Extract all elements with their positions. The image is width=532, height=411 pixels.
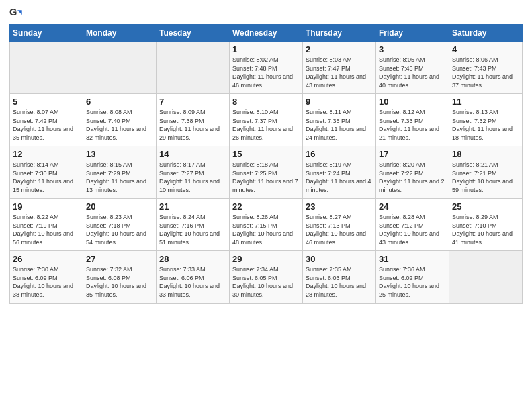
day-number: 29 [232, 254, 300, 264]
day-info: Sunrise: 8:29 AMSunset: 7:10 PMDaylight:… [452, 213, 519, 246]
day-number: 27 [86, 254, 153, 264]
day-number: 5 [13, 97, 80, 107]
day-info: Sunrise: 8:12 AMSunset: 7:33 PMDaylight:… [379, 108, 446, 142]
day-info: Sunrise: 7:35 AMSunset: 6:03 PMDaylight:… [306, 265, 373, 299]
day-cell: 23Sunrise: 8:27 AMSunset: 7:13 PMDayligh… [303, 199, 376, 251]
day-info: Sunrise: 8:27 AMSunset: 7:13 PMDaylight:… [306, 213, 373, 246]
day-cell: 22Sunrise: 8:26 AMSunset: 7:15 PMDayligh… [230, 199, 303, 251]
day-cell: 21Sunrise: 8:24 AMSunset: 7:16 PMDayligh… [157, 199, 230, 251]
day-number: 24 [379, 201, 446, 212]
day-cell: 16Sunrise: 8:19 AMSunset: 7:24 PMDayligh… [303, 146, 376, 199]
col-header-sunday: Sunday [10, 25, 83, 42]
day-cell: 24Sunrise: 8:28 AMSunset: 7:12 PMDayligh… [376, 199, 449, 251]
day-info: Sunrise: 8:22 AMSunset: 7:19 PMDaylight:… [13, 213, 80, 246]
day-cell: 29Sunrise: 7:34 AMSunset: 6:05 PMDayligh… [230, 251, 303, 304]
day-info: Sunrise: 8:21 AMSunset: 7:21 PMDaylight:… [452, 161, 519, 194]
day-info: Sunrise: 8:10 AMSunset: 7:37 PMDaylight:… [232, 108, 300, 142]
day-cell: 15Sunrise: 8:18 AMSunset: 7:25 PMDayligh… [230, 146, 303, 199]
day-info: Sunrise: 8:18 AMSunset: 7:25 PMDaylight:… [232, 161, 300, 194]
day-number: 21 [159, 201, 226, 212]
day-cell: 11Sunrise: 8:13 AMSunset: 7:32 PMDayligh… [449, 94, 523, 146]
day-number: 16 [306, 149, 373, 159]
day-number: 25 [452, 201, 519, 212]
day-number: 3 [379, 44, 446, 54]
day-number: 1 [232, 44, 300, 54]
day-cell: 7Sunrise: 8:09 AMSunset: 7:38 PMDaylight… [157, 94, 230, 146]
day-number: 31 [379, 254, 446, 264]
day-number: 18 [452, 149, 519, 159]
day-info: Sunrise: 8:05 AMSunset: 7:45 PMDaylight:… [379, 56, 446, 89]
day-info: Sunrise: 8:02 AMSunset: 7:48 PMDaylight:… [232, 56, 300, 89]
day-info: Sunrise: 8:26 AMSunset: 7:15 PMDaylight:… [232, 213, 300, 246]
day-cell: 13Sunrise: 8:15 AMSunset: 7:29 PMDayligh… [83, 146, 157, 199]
day-number: 2 [306, 44, 373, 54]
day-number: 22 [232, 201, 300, 212]
week-row-2: 5Sunrise: 8:07 AMSunset: 7:42 PMDaylight… [10, 94, 523, 146]
header: G [9, 7, 523, 20]
day-cell: 9Sunrise: 8:11 AMSunset: 7:35 PMDaylight… [303, 94, 376, 146]
day-number: 19 [13, 201, 80, 212]
day-cell: 17Sunrise: 8:20 AMSunset: 7:22 PMDayligh… [376, 146, 449, 199]
day-cell: 8Sunrise: 8:10 AMSunset: 7:37 PMDaylight… [230, 94, 303, 146]
day-cell: 27Sunrise: 7:32 AMSunset: 6:08 PMDayligh… [83, 251, 157, 304]
day-cell: 19Sunrise: 8:22 AMSunset: 7:19 PMDayligh… [10, 199, 83, 251]
svg-marker-1 [17, 10, 22, 15]
day-number: 14 [159, 149, 226, 159]
day-info: Sunrise: 7:34 AMSunset: 6:05 PMDaylight:… [232, 265, 300, 299]
day-number: 26 [13, 254, 80, 264]
col-header-thursday: Thursday [303, 25, 376, 42]
day-cell: 25Sunrise: 8:29 AMSunset: 7:10 PMDayligh… [449, 199, 523, 251]
day-cell: 14Sunrise: 8:17 AMSunset: 7:27 PMDayligh… [157, 146, 230, 199]
day-number: 23 [306, 201, 373, 212]
day-number: 8 [232, 97, 300, 107]
day-info: Sunrise: 8:15 AMSunset: 7:29 PMDaylight:… [86, 161, 153, 194]
day-number: 17 [379, 149, 446, 159]
day-info: Sunrise: 8:23 AMSunset: 7:18 PMDaylight:… [86, 213, 153, 246]
day-number: 20 [86, 201, 153, 212]
calendar-page: G SundayMondayTuesdayWednesdayThursdayFr… [0, 0, 532, 411]
col-header-saturday: Saturday [449, 25, 523, 42]
logo: G [9, 7, 26, 20]
day-cell [157, 42, 230, 94]
week-row-1: 1Sunrise: 8:02 AMSunset: 7:48 PMDaylight… [10, 42, 523, 94]
day-cell: 10Sunrise: 8:12 AMSunset: 7:33 PMDayligh… [376, 94, 449, 146]
day-number: 10 [379, 97, 446, 107]
day-cell: 28Sunrise: 7:33 AMSunset: 6:06 PMDayligh… [157, 251, 230, 304]
day-number: 15 [232, 149, 300, 159]
day-number: 11 [452, 97, 519, 107]
col-header-tuesday: Tuesday [157, 25, 230, 42]
day-info: Sunrise: 8:17 AMSunset: 7:27 PMDaylight:… [159, 161, 226, 194]
day-cell: 2Sunrise: 8:03 AMSunset: 7:47 PMDaylight… [303, 42, 376, 94]
day-info: Sunrise: 8:20 AMSunset: 7:22 PMDaylight:… [379, 161, 446, 194]
day-cell: 30Sunrise: 7:35 AMSunset: 6:03 PMDayligh… [303, 251, 376, 304]
day-number: 4 [452, 44, 519, 54]
day-cell [10, 42, 83, 94]
day-cell: 5Sunrise: 8:07 AMSunset: 7:42 PMDaylight… [10, 94, 83, 146]
day-cell: 26Sunrise: 7:30 AMSunset: 6:09 PMDayligh… [10, 251, 83, 304]
day-info: Sunrise: 7:30 AMSunset: 6:09 PMDaylight:… [13, 265, 80, 299]
day-number: 6 [86, 97, 153, 107]
day-cell: 12Sunrise: 8:14 AMSunset: 7:30 PMDayligh… [10, 146, 83, 199]
day-number: 12 [13, 149, 80, 159]
day-number: 13 [86, 149, 153, 159]
day-cell: 3Sunrise: 8:05 AMSunset: 7:45 PMDaylight… [376, 42, 449, 94]
day-info: Sunrise: 8:24 AMSunset: 7:16 PMDaylight:… [159, 213, 226, 246]
day-info: Sunrise: 8:08 AMSunset: 7:40 PMDaylight:… [86, 108, 153, 142]
day-cell: 4Sunrise: 8:06 AMSunset: 7:43 PMDaylight… [449, 42, 523, 94]
day-info: Sunrise: 7:32 AMSunset: 6:08 PMDaylight:… [86, 265, 153, 299]
day-number: 9 [306, 97, 373, 107]
day-info: Sunrise: 8:09 AMSunset: 7:38 PMDaylight:… [159, 108, 226, 142]
day-number: 7 [159, 97, 226, 107]
day-info: Sunrise: 7:36 AMSunset: 6:02 PMDaylight:… [379, 265, 446, 299]
day-info: Sunrise: 8:14 AMSunset: 7:30 PMDaylight:… [13, 161, 80, 194]
day-number: 28 [159, 254, 226, 264]
week-row-3: 12Sunrise: 8:14 AMSunset: 7:30 PMDayligh… [10, 146, 523, 199]
col-header-wednesday: Wednesday [230, 25, 303, 42]
week-row-4: 19Sunrise: 8:22 AMSunset: 7:19 PMDayligh… [10, 199, 523, 251]
week-row-5: 26Sunrise: 7:30 AMSunset: 6:09 PMDayligh… [10, 251, 523, 304]
day-cell [83, 42, 157, 94]
calendar-table: SundayMondayTuesdayWednesdayThursdayFrid… [9, 24, 523, 304]
day-cell: 20Sunrise: 8:23 AMSunset: 7:18 PMDayligh… [83, 199, 157, 251]
svg-text:G: G [9, 7, 17, 17]
day-info: Sunrise: 8:07 AMSunset: 7:42 PMDaylight:… [13, 108, 80, 142]
